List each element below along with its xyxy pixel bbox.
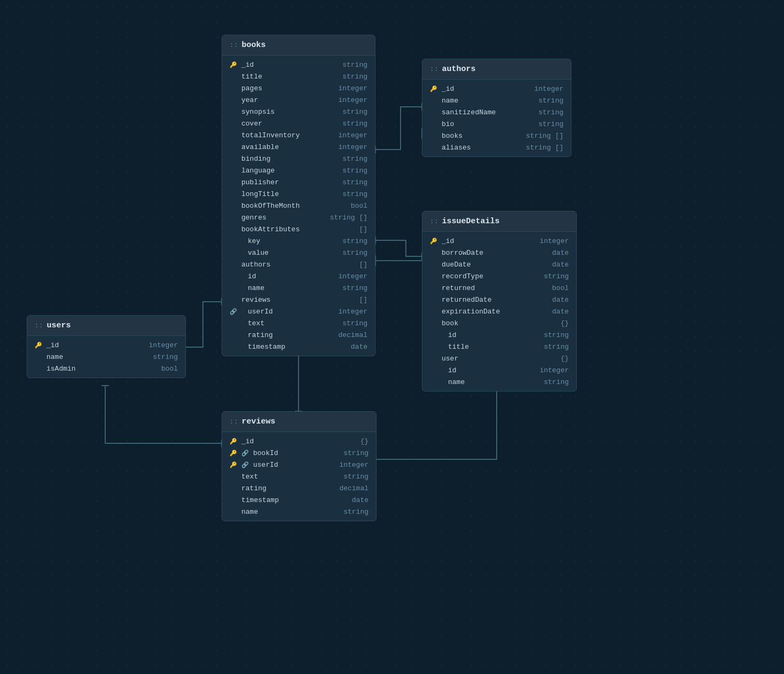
table-row: text string	[222, 471, 376, 482]
field-type: string	[343, 508, 369, 516]
field-type: integer	[338, 272, 367, 280]
table-users-header: :: users	[27, 316, 185, 336]
table-issuedetails-header: :: issueDetails	[422, 211, 576, 232]
field-type: string	[544, 378, 569, 386]
field-name: dueDate	[442, 261, 548, 269]
table-books-header: :: books	[222, 35, 375, 56]
table-row: name string	[222, 282, 375, 294]
table-row: totalInventory integer	[222, 129, 375, 141]
field-type: string	[342, 178, 367, 186]
field-name: books	[442, 132, 522, 140]
table-row: dueDate date	[422, 258, 576, 270]
table-row: id integer	[422, 364, 576, 376]
field-name: aliases	[442, 144, 522, 152]
table-row: synopsis string	[222, 106, 375, 117]
table-issuedetails: :: issueDetails 🔑 _id integer borrowDate…	[422, 211, 577, 391]
field-type: string	[343, 449, 369, 457]
field-name: available	[241, 143, 334, 151]
field-type: date	[552, 261, 569, 269]
table-row: bookOfTheMonth bool	[222, 200, 375, 211]
table-books-title: books	[241, 41, 265, 50]
field-type: date	[552, 249, 569, 257]
field-name: bookId	[253, 449, 339, 457]
field-name: publisher	[241, 178, 338, 186]
table-row: 🔑 _id integer	[27, 339, 185, 351]
field-type: string	[538, 97, 563, 105]
table-row: publisher string	[222, 176, 375, 188]
table-users-body: 🔑 _id integer name string isAdmin bool	[27, 336, 185, 378]
table-row: name string	[222, 506, 376, 518]
table-row: genres string []	[222, 211, 375, 223]
table-row: borrowDate date	[422, 247, 576, 258]
field-name: totalInventory	[241, 131, 334, 139]
field-type: integer	[338, 143, 367, 151]
field-type: integer	[338, 308, 367, 316]
field-type: bool	[552, 284, 569, 292]
field-name: recordType	[442, 272, 539, 280]
table-row: title string	[222, 70, 375, 82]
table-row: 🔑 🔗 userId integer	[222, 459, 376, 471]
field-name: _id	[241, 61, 338, 69]
table-row: timestamp date	[222, 494, 376, 506]
table-row: 🔗 userId integer	[222, 305, 375, 317]
field-name: longTitle	[241, 190, 338, 198]
field-type: string	[342, 61, 367, 69]
table-row: recordType string	[422, 270, 576, 282]
table-users: :: users 🔑 _id integer name string isAdm…	[27, 315, 186, 378]
table-row: rating decimal	[222, 329, 375, 341]
field-name: returnedDate	[442, 296, 548, 304]
field-name: timestamp	[241, 343, 347, 351]
field-name: borrowDate	[442, 249, 548, 257]
key-icon: 🔑	[430, 238, 437, 245]
key-icon: 🔑	[230, 461, 237, 468]
table-row: key string	[222, 235, 375, 247]
field-name: bookOfTheMonth	[241, 202, 347, 210]
table-reviews-title: reviews	[241, 417, 275, 426]
table-row: longTitle string	[222, 188, 375, 200]
canvas: :: books 🔑 _id string title string pages…	[0, 0, 784, 674]
field-name: timestamp	[241, 496, 348, 504]
field-name: sanitizedName	[442, 108, 534, 116]
field-name: text	[241, 473, 339, 481]
field-type: []	[359, 261, 367, 269]
field-type: string	[538, 120, 563, 128]
field-type: bool	[161, 365, 178, 373]
field-name: binding	[241, 155, 338, 163]
link-icon: 🔗	[230, 308, 237, 315]
table-row: authors []	[222, 258, 375, 270]
field-name: _id	[442, 85, 530, 93]
key-icon: 🔑	[430, 85, 437, 92]
field-type: date	[552, 296, 569, 304]
table-row: rating decimal	[222, 482, 376, 494]
field-type: []	[359, 296, 367, 304]
field-name: name	[241, 508, 339, 516]
field-type: integer	[148, 341, 178, 349]
field-name: user	[442, 355, 556, 363]
table-users-title: users	[46, 321, 70, 330]
field-type: string	[342, 155, 367, 163]
table-row: name string	[422, 376, 576, 388]
field-type: string	[544, 343, 569, 351]
table-books-body: 🔑 _id string title string pages integer …	[222, 56, 375, 356]
table-row: expirationDate date	[422, 305, 576, 317]
field-name: reviews	[241, 296, 355, 304]
key-icon: 🔑	[230, 450, 237, 457]
field-type: string	[342, 108, 367, 116]
field-type: string	[342, 319, 367, 327]
field-name: title	[241, 73, 338, 81]
field-type: date	[552, 308, 569, 316]
table-row: 🔑 _id integer	[422, 83, 571, 95]
table-row: text string	[222, 317, 375, 329]
field-name: cover	[241, 120, 338, 128]
field-name: rating	[241, 484, 335, 492]
table-books-header-icon: ::	[230, 42, 238, 49]
table-reviews-body: 🔑 _id {} 🔑 🔗 bookId string 🔑 🔗 userId in…	[222, 432, 376, 521]
table-row: cover string	[222, 117, 375, 129]
table-authors: :: authors 🔑 _id integer name string san…	[422, 59, 571, 157]
field-type: string	[544, 272, 569, 280]
table-issuedetails-title: issueDetails	[442, 217, 499, 226]
field-name: name	[442, 97, 534, 105]
field-name: year	[241, 96, 334, 104]
table-row: user {}	[422, 352, 576, 364]
table-row: bio string	[422, 118, 571, 130]
